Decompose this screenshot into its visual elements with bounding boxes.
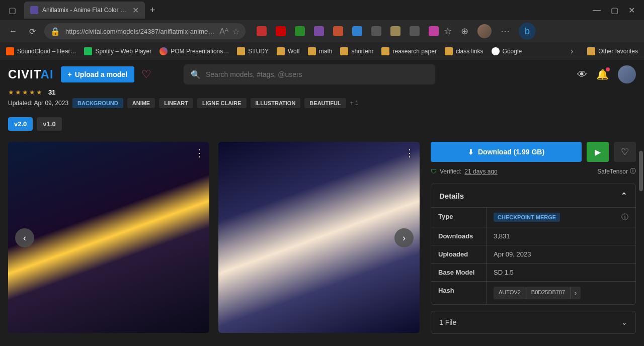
tag-ligne-claire[interactable]: LIGNE CLAIRE bbox=[197, 98, 247, 108]
files-card[interactable]: 1 File ⌄ bbox=[431, 311, 636, 334]
spotify-icon bbox=[84, 47, 92, 55]
lock-icon: 🔒 bbox=[50, 27, 60, 36]
reader-icon[interactable]: Aᴬ bbox=[219, 27, 228, 36]
url-field[interactable]: 🔒 https://civitai.com/models/24387/anifl… bbox=[44, 23, 246, 39]
detail-downloads-value: 3,831 bbox=[487, 227, 635, 245]
back-button[interactable]: ← bbox=[6, 24, 20, 38]
ext-icon-7[interactable] bbox=[371, 26, 381, 36]
bookmark-label: shortenr bbox=[351, 48, 373, 55]
gallery-prev-button[interactable]: ‹ bbox=[15, 228, 34, 247]
ext-icon-5[interactable] bbox=[333, 26, 343, 36]
soundcloud-icon bbox=[6, 47, 14, 55]
details-header[interactable]: Details ⌃ bbox=[431, 184, 635, 207]
ext-icon-6[interactable] bbox=[352, 26, 362, 36]
favorites-icon[interactable]: ☆ bbox=[444, 26, 452, 37]
notifications-button[interactable]: 🔔 bbox=[596, 68, 609, 80]
type-badge: CHECKPOINT MERGE bbox=[494, 213, 560, 222]
image-menu-icon[interactable]: ⋮ bbox=[405, 147, 415, 159]
bookmark-other-favorites[interactable]: Other favorites bbox=[587, 47, 638, 55]
url-text: https://civitai.com/models/24387/aniflat… bbox=[65, 28, 214, 35]
visibility-icon[interactable]: 👁 bbox=[577, 69, 587, 80]
ext-icon-8[interactable] bbox=[390, 26, 400, 36]
files-label: 1 File bbox=[439, 318, 456, 326]
ext-icon-10[interactable] bbox=[429, 26, 439, 36]
gallery-image-1[interactable]: ⋮ bbox=[8, 142, 209, 333]
version-v20[interactable]: v2.0 bbox=[8, 117, 33, 131]
refresh-button[interactable]: ⟳ bbox=[25, 24, 39, 38]
user-avatar[interactable] bbox=[618, 65, 636, 83]
chevron-up-icon: ⌃ bbox=[621, 191, 627, 200]
detail-type-label: Type bbox=[431, 208, 487, 227]
page-scrollbar[interactable] bbox=[639, 151, 643, 191]
bookmark-study[interactable]: STUDY bbox=[237, 47, 269, 55]
search-box[interactable]: 🔍 bbox=[184, 64, 435, 84]
hash-expand-icon[interactable]: › bbox=[571, 287, 581, 299]
tab-favicon bbox=[30, 6, 38, 14]
ext-icon-4[interactable] bbox=[314, 26, 324, 36]
ext-icon-1[interactable] bbox=[257, 26, 267, 36]
tab-close-icon[interactable]: ✕ bbox=[132, 6, 139, 15]
tag-beautiful[interactable]: BEAUTIFUL bbox=[304, 98, 346, 108]
window-maximize-icon[interactable]: ▢ bbox=[611, 6, 618, 15]
folder-icon bbox=[445, 47, 453, 55]
favorite-button[interactable]: ♡ bbox=[614, 142, 636, 162]
folder-icon bbox=[277, 47, 285, 55]
ext-icon-9[interactable] bbox=[410, 26, 420, 36]
bookmark-label: math bbox=[319, 48, 333, 55]
search-input[interactable] bbox=[206, 70, 428, 78]
favorites-heart-button[interactable]: ♡ bbox=[141, 68, 151, 81]
detail-hash-label: Hash bbox=[431, 282, 487, 304]
collections-icon[interactable]: ⊕ bbox=[461, 26, 468, 37]
tab-sidebar-button[interactable]: ▢ bbox=[4, 2, 20, 18]
star-rating: ★★★★★ bbox=[8, 89, 43, 96]
tag-lineart[interactable]: LINEART bbox=[159, 98, 193, 108]
tag-anime[interactable]: ANIME bbox=[127, 98, 155, 108]
heart-icon: ♡ bbox=[621, 146, 629, 157]
ext-icon-3[interactable] bbox=[295, 26, 305, 36]
detail-basemodel-label: Base Model bbox=[431, 264, 487, 281]
bookmark-spotify[interactable]: Spotify – Web Player bbox=[84, 47, 151, 55]
shield-icon: 🛡 bbox=[431, 168, 437, 175]
bookmark-pom[interactable]: POM Presentations… bbox=[159, 47, 229, 55]
download-button[interactable]: ⬇ Download (1.99 GB) bbox=[431, 142, 582, 162]
browser-tab[interactable]: Aniflatmix - Anime Flat Color Sty ✕ bbox=[24, 2, 145, 19]
window-minimize-icon[interactable]: — bbox=[593, 6, 601, 15]
bookmark-wolf[interactable]: Wolf bbox=[277, 47, 300, 55]
tag-illustration[interactable]: ILLUSTRATION bbox=[251, 98, 301, 108]
verified-time[interactable]: 21 days ago bbox=[464, 168, 497, 175]
image-menu-icon[interactable]: ⋮ bbox=[194, 147, 204, 159]
bookmark-research[interactable]: reasearch paper bbox=[381, 47, 436, 55]
bookmark-shortenr[interactable]: shortenr bbox=[340, 47, 373, 55]
version-v10[interactable]: v1.0 bbox=[37, 117, 61, 131]
info-icon[interactable]: ⓘ bbox=[621, 213, 628, 222]
play-icon: ▶ bbox=[595, 147, 601, 157]
favorite-star-icon[interactable]: ☆ bbox=[232, 27, 239, 36]
gallery-image-2[interactable]: ⋮ bbox=[218, 142, 420, 333]
bookmark-label: STUDY bbox=[248, 48, 269, 55]
window-close-icon[interactable]: ✕ bbox=[628, 6, 635, 15]
gallery-next-button[interactable]: › bbox=[394, 228, 414, 247]
bookmarks-overflow-icon[interactable]: › bbox=[571, 47, 573, 56]
folder-icon bbox=[381, 47, 389, 55]
bookmark-math[interactable]: math bbox=[308, 47, 333, 55]
info-icon[interactable]: ⓘ bbox=[630, 167, 636, 176]
details-title: Details bbox=[439, 192, 464, 200]
tags-more[interactable]: + 1 bbox=[350, 100, 359, 107]
more-icon[interactable]: ⋯ bbox=[501, 26, 510, 37]
profile-avatar[interactable] bbox=[477, 24, 492, 38]
run-button[interactable]: ▶ bbox=[587, 142, 609, 162]
bing-chat-button[interactable]: b bbox=[519, 23, 536, 40]
upload-model-button[interactable]: + Upload a model bbox=[61, 66, 134, 82]
civitai-logo[interactable]: CIVITAI bbox=[8, 67, 54, 81]
updated-label: Updated: Apr 09, 2023 bbox=[8, 100, 68, 107]
new-tab-button[interactable]: + bbox=[150, 5, 155, 16]
bookmark-class[interactable]: class links bbox=[445, 47, 484, 55]
safetensor-label: SafeTensor bbox=[597, 168, 628, 175]
bookmark-label: POM Presentations… bbox=[171, 48, 229, 55]
bookmark-google[interactable]: Google bbox=[492, 47, 522, 55]
bookmark-soundcloud[interactable]: SoundCloud – Hear… bbox=[6, 47, 76, 55]
search-icon: 🔍 bbox=[191, 70, 201, 79]
ext-icon-2[interactable] bbox=[276, 26, 286, 36]
tag-background[interactable]: BACKGROUND bbox=[72, 98, 123, 108]
bookmark-label: reasearch paper bbox=[392, 48, 436, 55]
